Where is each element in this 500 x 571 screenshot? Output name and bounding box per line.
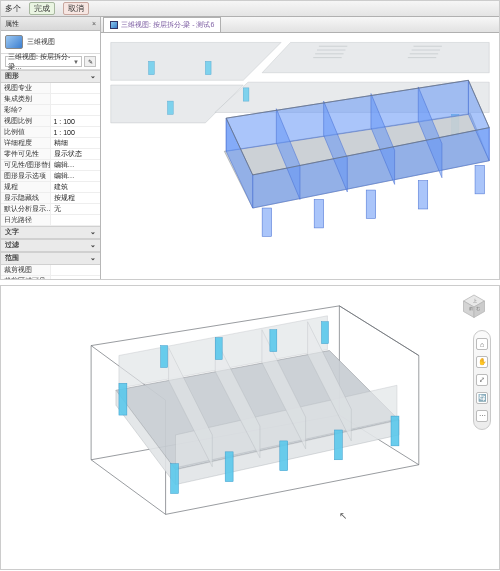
svg-rect-49	[119, 383, 127, 415]
properties-titlebar: 属性 ×	[1, 17, 100, 31]
svg-rect-30	[475, 165, 484, 193]
prop-value[interactable]: 编辑…	[51, 171, 101, 181]
prop-label: 默认分析显示…	[1, 204, 51, 214]
svg-line-39	[339, 306, 418, 356]
prop-value[interactable]: 1 : 100	[51, 116, 101, 126]
prop-row[interactable]: 视图比例1 : 100	[1, 116, 100, 127]
prop-row[interactable]: 彩绘?	[1, 105, 100, 116]
nav-more-icon[interactable]: ⋯	[476, 410, 488, 422]
close-icon[interactable]: ×	[92, 20, 96, 27]
svg-rect-55	[161, 346, 168, 368]
svg-rect-52	[280, 441, 288, 471]
properties-title: 属性	[5, 19, 19, 29]
prop-label: 视图专业	[1, 83, 51, 93]
view3d-icon	[110, 21, 118, 29]
nav-orbit-icon[interactable]: 🔄	[476, 392, 488, 404]
prop-row[interactable]: 集成类别	[1, 94, 100, 105]
prop-value[interactable]: 建筑	[51, 182, 101, 192]
status-multi: 多个	[5, 3, 21, 14]
prop-value[interactable]: 无	[51, 204, 101, 214]
prop-row[interactable]: 裁剪区域可见	[1, 276, 100, 279]
prop-label: 集成类别	[1, 94, 51, 104]
top-panel: 多个 完成 取消 属性 × 三维视图 三维视图: 按层拆分-梁… ▼ ✎ 图形⌄…	[0, 0, 500, 280]
prop-value[interactable]: 显示状态	[51, 149, 101, 159]
svg-rect-58	[321, 322, 328, 344]
svg-text:右: 右	[476, 306, 480, 311]
view-area: 三维视图: 按层拆分-梁 - 测试6	[101, 17, 499, 279]
prop-label: 显示隐藏线	[1, 193, 51, 203]
prop-row[interactable]: 裁剪视图	[1, 265, 100, 276]
prop-row[interactable]: 零件可见性显示状态	[1, 149, 100, 160]
svg-rect-29	[418, 181, 427, 209]
prop-row[interactable]: 比例值1 : 100	[1, 127, 100, 138]
nav-home-icon[interactable]: ⌂	[476, 338, 488, 350]
scene-top	[101, 33, 499, 279]
svg-rect-12	[149, 61, 155, 74]
prop-group-header[interactable]: 图形⌄	[1, 70, 100, 83]
svg-rect-53	[334, 430, 342, 460]
prop-value[interactable]: 按规程	[51, 193, 101, 203]
prop-value[interactable]	[51, 276, 101, 279]
prop-value[interactable]: 编辑…	[51, 160, 101, 170]
prop-group-header[interactable]: 过滤⌄	[1, 239, 100, 252]
svg-rect-27	[314, 200, 323, 228]
tab-3dview[interactable]: 三维视图: 按层拆分-梁 - 测试6	[103, 17, 221, 32]
prop-row[interactable]: 显示隐藏线按规程	[1, 193, 100, 204]
view-thumb-icon	[5, 35, 23, 49]
type-selector-text: 三维视图: 按层拆分-梁…	[8, 52, 73, 72]
prop-row[interactable]: 视图专业	[1, 83, 100, 94]
svg-marker-1	[262, 42, 489, 72]
prop-row[interactable]: 规程建筑	[1, 182, 100, 193]
prop-label: 比例值	[1, 127, 51, 137]
nav-pan-icon[interactable]: ✋	[476, 356, 488, 368]
svg-rect-26	[262, 208, 271, 236]
svg-marker-0	[111, 42, 281, 80]
cursor-icon: ↖	[339, 510, 347, 521]
svg-rect-13	[205, 61, 211, 74]
svg-rect-14	[243, 88, 249, 101]
type-selector[interactable]: 三维视图: 按层拆分-梁… ▼	[5, 56, 82, 67]
prop-label: 日光路径	[1, 215, 51, 225]
prop-value[interactable]	[51, 94, 101, 104]
svg-rect-54	[391, 416, 399, 446]
viewcube[interactable]: 前 右 上	[459, 292, 489, 322]
prop-group-header[interactable]: 文字⌄	[1, 226, 100, 239]
nav-bar[interactable]: ⌂ ✋ ⤢ 🔄 ⋯	[473, 330, 491, 430]
prop-value[interactable]: 精细	[51, 138, 101, 148]
prop-value[interactable]	[51, 83, 101, 93]
prop-row[interactable]: 详细程度精细	[1, 138, 100, 149]
svg-rect-56	[215, 338, 222, 360]
prop-label: 视图比例	[1, 116, 51, 126]
nav-zoom-icon[interactable]: ⤢	[476, 374, 488, 386]
bottom-panel: 前 右 上 ⌂ ✋ ⤢ 🔄 ⋯	[0, 285, 500, 570]
prop-label: 详细程度	[1, 138, 51, 148]
svg-rect-15	[168, 101, 174, 114]
cancel-button[interactable]: 取消	[63, 2, 89, 15]
chevron-down-icon: ▼	[73, 59, 79, 65]
properties-palette: 属性 × 三维视图 三维视图: 按层拆分-梁… ▼ ✎ 图形⌄视图专业集成类别彩…	[1, 17, 101, 279]
svg-text:上: 上	[473, 298, 477, 303]
prop-label: 裁剪视图	[1, 265, 51, 275]
prop-group-header[interactable]: 范围⌄	[1, 252, 100, 265]
property-grid[interactable]: 图形⌄视图专业集成类别彩绘?视图比例1 : 100比例值1 : 100详细程度精…	[1, 70, 100, 279]
prop-label: 可见性/图形替换	[1, 160, 51, 170]
finish-button[interactable]: 完成	[29, 2, 55, 15]
svg-rect-51	[225, 452, 233, 482]
prop-value[interactable]	[51, 265, 101, 275]
prop-row[interactable]: 图形显示选项编辑…	[1, 171, 100, 182]
prop-label: 图形显示选项	[1, 171, 51, 181]
viewport-bottom[interactable]: 前 右 上 ⌂ ✋ ⤢ 🔄 ⋯	[1, 286, 499, 569]
prop-value[interactable]	[51, 215, 101, 225]
prop-row[interactable]: 日光路径	[1, 215, 100, 226]
viewport-top[interactable]	[101, 33, 499, 279]
prop-label: 零件可见性	[1, 149, 51, 159]
prop-row[interactable]: 可见性/图形替换编辑…	[1, 160, 100, 171]
edit-type-button[interactable]: ✎	[84, 56, 96, 67]
svg-marker-2	[111, 85, 243, 123]
prop-value[interactable]	[51, 105, 101, 115]
prop-value[interactable]: 1 : 100	[51, 127, 101, 137]
svg-text:前: 前	[469, 306, 473, 311]
prop-row[interactable]: 默认分析显示…无	[1, 204, 100, 215]
svg-rect-57	[270, 330, 277, 352]
prop-label: 规程	[1, 182, 51, 192]
